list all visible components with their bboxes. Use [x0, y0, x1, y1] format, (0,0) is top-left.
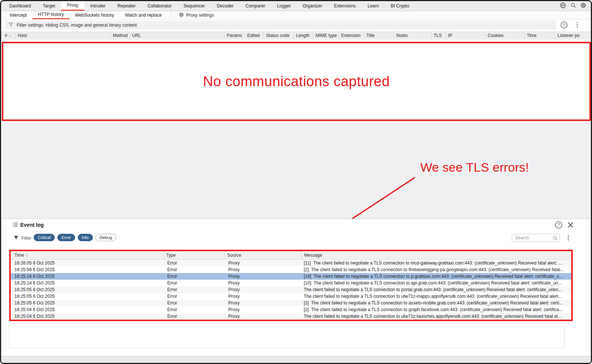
menu-tabs: DashboardTargetProxyIntruderRepeaterColl…: [3, 1, 415, 11]
funnel-icon: [8, 22, 14, 28]
event-log-column-header-time[interactable]: Time∨: [11, 251, 164, 259]
main-menu-bar: DashboardTargetProxyIntruderRepeaterColl…: [1, 1, 591, 11]
menu-tab-sequencer[interactable]: Sequencer: [178, 1, 211, 11]
event-log-row[interactable]: 16:25:56 6 Oct 2025ErrorProxy[2] The cli…: [11, 266, 571, 273]
http-column-header-listener-po[interactable]: Listener po: [555, 32, 591, 40]
subtab-proxy-settings[interactable]: Proxy settings: [175, 11, 218, 19]
http-column-header--[interactable]: #∨: [1, 32, 15, 40]
event-log-column-header-message[interactable]: Message: [302, 251, 571, 259]
event-log-column-header-source[interactable]: Source: [225, 251, 302, 259]
http-column-header-method[interactable]: Method: [110, 32, 130, 40]
event-cell-message: The client failed to negotiate a TLS con…: [302, 293, 571, 300]
search-icon[interactable]: [570, 2, 576, 10]
proxy-subtab-bar: InterceptHTTP historyWebSockets historyM…: [1, 11, 591, 20]
http-column-header-length[interactable]: Length: [293, 32, 313, 40]
menu-tab-comparer[interactable]: Comparer: [239, 1, 271, 11]
http-column-header-time[interactable]: Time: [524, 32, 555, 40]
event-cell-source: Proxy: [225, 300, 302, 306]
event-log-funnel-icon: [13, 235, 19, 242]
event-cell-type: Error: [164, 300, 225, 306]
http-column-header-mime-type[interactable]: MIME type: [313, 32, 339, 40]
subtab-websockets-history[interactable]: WebSockets history: [70, 11, 120, 19]
event-cell-message: [11] The client failed to negotiate a TL…: [302, 260, 571, 266]
event-cell-time: 16:25:16 6 Oct 2025: [11, 273, 164, 280]
event-log-row[interactable]: 16:25:04 6 Oct 2025ErrorProxyThe client …: [11, 313, 571, 320]
event-cell-time: 16:25:56 6 Oct 2025: [11, 266, 164, 273]
event-cell-source: Proxy: [225, 260, 302, 266]
http-column-header-cookies[interactable]: Cookies: [485, 32, 524, 40]
event-log-close-icon[interactable]: [567, 221, 574, 230]
event-cell-time: 16:25:04 6 Oct 2025: [11, 306, 164, 313]
kebab-menu-icon[interactable]: [574, 21, 581, 30]
event-cell-source: Proxy: [225, 306, 302, 313]
event-cell-type: Error: [164, 313, 225, 320]
event-log-row[interactable]: 16:25:05 6 Oct 2025ErrorProxyThe client …: [11, 286, 571, 293]
filter-pill-critical[interactable]: Critical: [34, 234, 55, 241]
menu-tab-target[interactable]: Target: [37, 1, 61, 11]
event-cell-time: 16:25:04 6 Oct 2025: [11, 313, 164, 320]
event-cell-type: Error: [164, 293, 225, 300]
filter-pill-info[interactable]: Info: [78, 234, 93, 241]
menu-tab-decoder[interactable]: Decoder: [211, 1, 239, 11]
http-column-header-host[interactable]: Host: [15, 32, 110, 40]
http-column-header-edited[interactable]: Edited: [245, 32, 263, 40]
event-log-filter-pills: CriticalErrorInfoDebug: [34, 234, 116, 241]
event-cell-message: The client failed to negotiate a TLS con…: [302, 313, 571, 320]
menu-tab-proxy[interactable]: Proxy: [61, 1, 84, 11]
settings-gear-icon[interactable]: [580, 2, 586, 10]
filter-pill-debug[interactable]: Debug: [95, 234, 116, 241]
filter-settings-bar[interactable]: Filter settings: Hiding CSS, image and g…: [5, 21, 556, 30]
event-log-row[interactable]: 16:25:04 6 Oct 2025ErrorProxy[2] The cli…: [11, 306, 571, 313]
subtab-http-history[interactable]: HTTP history: [33, 11, 70, 19]
event-log-table-annotation-box: Time∨TypeSourceMessage 16:26:05 6 Oct 20…: [9, 250, 573, 321]
http-column-header-status-code[interactable]: Status code: [263, 32, 293, 40]
burp-suite-window: DashboardTargetProxyIntruderRepeaterColl…: [0, 0, 592, 364]
event-log-row[interactable]: 16:25:05 6 Oct 2025ErrorProxyThe client …: [11, 293, 571, 300]
proxy-settings-label: Proxy settings: [186, 13, 214, 18]
subtab-intercept[interactable]: Intercept: [4, 11, 33, 19]
menu-tab-bi-crypto[interactable]: BI Crypto: [385, 1, 415, 11]
event-cell-message: The client failed to negotiate a TLS con…: [302, 286, 571, 293]
window-footer-strip: [1, 356, 591, 363]
event-cell-time: 16:25:05 6 Oct 2025: [11, 300, 164, 306]
event-log-help-icon[interactable]: ?: [555, 221, 563, 230]
http-column-header-tls[interactable]: TLS: [431, 32, 445, 40]
menu-tab-dashboard[interactable]: Dashboard: [3, 1, 37, 11]
event-log-row[interactable]: 16:25:05 6 Oct 2025ErrorProxy[2] The cli…: [11, 300, 571, 306]
event-log-column-header-type[interactable]: Type: [164, 251, 225, 259]
event-log-title: Event log: [20, 222, 44, 228]
event-cell-message: [2] The client failed to negotiate a TLS…: [302, 306, 571, 313]
menu-tab-learn[interactable]: Learn: [361, 1, 385, 11]
event-cell-message: [2] The client failed to negotiate a TLS…: [302, 300, 571, 306]
event-log-row[interactable]: 16:26:05 6 Oct 2025ErrorProxy[11] The cl…: [11, 260, 571, 266]
event-cell-type: Error: [164, 260, 225, 266]
help-icon[interactable]: ?: [560, 21, 568, 30]
event-log-row[interactable]: 16:25:14 6 Oct 2025ErrorProxy[10] The cl…: [11, 280, 571, 286]
event-cell-type: Error: [164, 273, 225, 280]
subtab-match-and-replace[interactable]: Match and replace: [120, 11, 167, 19]
menu-tab-collaborator[interactable]: Collaborator: [142, 1, 178, 11]
event-cell-source: Proxy: [225, 273, 302, 280]
event-log-row[interactable]: 16:25:16 6 Oct 2025ErrorProxy[18] The cl…: [11, 273, 571, 280]
http-column-header-params[interactable]: Params: [224, 32, 245, 40]
filter-pill-error[interactable]: Error: [57, 234, 75, 241]
menu-tab-intruder[interactable]: Intruder: [84, 1, 111, 11]
menu-tab-extensions[interactable]: Extensions: [328, 1, 362, 11]
menu-tab-organizer[interactable]: Organizer: [297, 1, 328, 11]
sort-chevron-icon: ∨: [9, 34, 11, 38]
http-column-header-title[interactable]: Title: [364, 32, 394, 40]
http-column-header-extension[interactable]: Extension: [339, 32, 364, 40]
event-log-kebab-icon[interactable]: [565, 235, 572, 243]
menu-tab-logger[interactable]: Logger: [271, 1, 297, 11]
svg-text:?: ?: [563, 23, 565, 27]
event-log-empty-area: [9, 323, 565, 348]
http-column-header-ip[interactable]: IP: [445, 32, 485, 40]
http-column-header-notes[interactable]: Notes: [394, 32, 431, 40]
menu-tab-repeater[interactable]: Repeater: [111, 1, 141, 11]
no-communications-annotation-box: No communications captured: [2, 42, 591, 121]
http-history-header-row: #∨HostMethodURLParamsEditedStatus codeLe…: [1, 31, 591, 40]
http-column-header-url[interactable]: URL: [130, 32, 224, 40]
globe-icon[interactable]: [560, 2, 566, 10]
event-cell-time: 16:26:05 6 Oct 2025: [11, 260, 164, 266]
event-log-filter-label: Filter: [21, 236, 31, 241]
